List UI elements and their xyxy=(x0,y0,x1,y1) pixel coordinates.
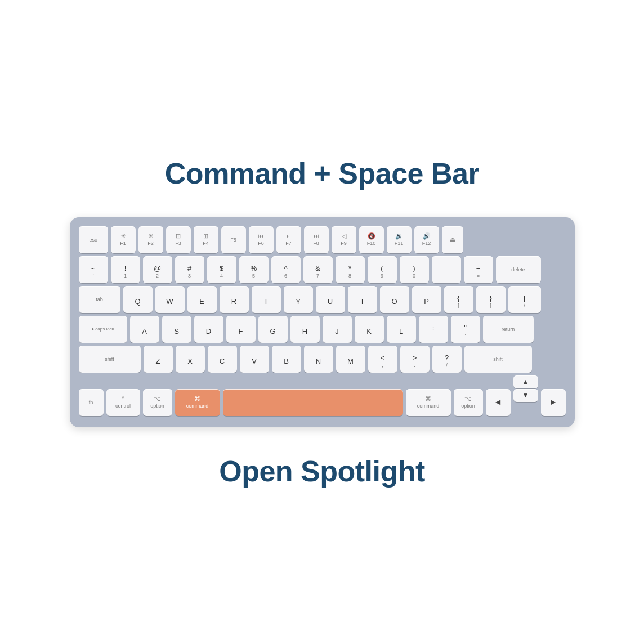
key-q: Q xyxy=(123,286,153,313)
key-5: % 5 xyxy=(239,256,269,283)
key-e: E xyxy=(187,286,217,313)
key-x: X xyxy=(176,346,205,373)
key-d: D xyxy=(194,316,223,343)
key-command-left: ⌘ command xyxy=(175,389,220,416)
page-subtitle: Open Spotlight xyxy=(219,454,425,488)
qwerty-row: tab Q W E R T Y U I O P { [ } ] | \ xyxy=(79,286,566,313)
key-8: * 8 xyxy=(336,256,365,283)
key-v: V xyxy=(240,346,269,373)
key-f3: ⊞ F3 xyxy=(166,226,191,253)
key-f4: ⊞ F4 xyxy=(194,226,218,253)
key-return: return xyxy=(483,316,534,343)
key-0: ) 0 xyxy=(400,256,429,283)
key-t: T xyxy=(252,286,281,313)
key-minus: — - xyxy=(432,256,461,283)
key-p: P xyxy=(412,286,441,313)
key-f2: ☀ F2 xyxy=(138,226,163,253)
key-f12: 🔊 F12 xyxy=(414,226,439,253)
key-arrow-up: ▲ xyxy=(513,375,538,388)
key-capslock: ● caps lock xyxy=(79,316,127,343)
key-2: @ 2 xyxy=(143,256,172,283)
key-arrow-left: ◀ xyxy=(486,389,511,416)
key-l: L xyxy=(387,316,416,343)
key-shift-right: shift xyxy=(464,346,532,373)
key-6: ^ 6 xyxy=(271,256,301,283)
key-y: Y xyxy=(284,286,313,313)
arrow-cluster: ▲ ◀ ▼ ▶ xyxy=(486,375,566,416)
key-f10: 🔇 F10 xyxy=(359,226,384,253)
key-semicolon: : ; xyxy=(419,316,448,343)
key-command-right: ⌘ command xyxy=(406,389,451,416)
key-bracket-left: { [ xyxy=(444,286,473,313)
key-3: # 3 xyxy=(175,256,204,283)
key-comma: < , xyxy=(368,346,397,373)
key-f1: ☀ F1 xyxy=(111,226,136,253)
key-m: M xyxy=(336,346,365,373)
key-9: ( 9 xyxy=(368,256,397,283)
key-f8: ⏭ F8 xyxy=(304,226,329,253)
key-option-left: ⌥ option xyxy=(143,389,172,416)
key-u: U xyxy=(316,286,345,313)
key-f11: 🔉 F11 xyxy=(387,226,412,253)
key-a: A xyxy=(130,316,159,343)
key-quote: " ' xyxy=(451,316,480,343)
key-equals: + = xyxy=(464,256,493,283)
key-i: I xyxy=(348,286,377,313)
key-f6: ⏮ F6 xyxy=(249,226,274,253)
key-f9: ◁ F9 xyxy=(332,226,356,253)
key-j: J xyxy=(323,316,352,343)
key-arrow-down: ▼ xyxy=(513,389,538,402)
key-o: O xyxy=(380,286,409,313)
key-f5: F5 xyxy=(221,226,246,253)
zxcv-row: shift Z X C V B N M < , > . ? / shift xyxy=(79,346,566,373)
key-c: C xyxy=(208,346,237,373)
key-k: K xyxy=(355,316,384,343)
key-g: G xyxy=(258,316,288,343)
key-arrow-right: ▶ xyxy=(541,389,566,416)
key-bracket-right: } ] xyxy=(476,286,506,313)
bottom-row: fn ^ control ⌥ option ⌘ command ⌘ comman… xyxy=(79,375,566,416)
key-period: > . xyxy=(400,346,430,373)
key-esc: esc xyxy=(79,226,108,253)
key-control: ^ control xyxy=(106,389,140,416)
page-title: Command + Space Bar xyxy=(165,156,479,190)
key-fn: fn xyxy=(79,389,104,416)
number-row: ~ ` ! 1 @ 2 # 3 $ 4 % 5 ^ 6 & 7 xyxy=(79,256,566,283)
key-h: H xyxy=(290,316,320,343)
key-f7: ⏯ F7 xyxy=(276,226,301,253)
key-s: S xyxy=(162,316,191,343)
key-n: N xyxy=(304,346,333,373)
key-r: R xyxy=(220,286,249,313)
key-f: F xyxy=(226,316,256,343)
key-delete: delete xyxy=(496,256,541,283)
key-4: $ 4 xyxy=(207,256,236,283)
key-spacebar xyxy=(223,389,403,416)
fn-row: esc ☀ F1 ☀ F2 ⊞ F3 ⊞ F4 F5 ⏮ F6 ⏯ F7 xyxy=(79,226,566,253)
key-backtick: ~ ` xyxy=(79,256,108,283)
keyboard-diagram: esc ☀ F1 ☀ F2 ⊞ F3 ⊞ F4 F5 ⏮ F6 ⏯ F7 xyxy=(70,217,575,427)
key-b: B xyxy=(272,346,301,373)
key-slash: ? / xyxy=(432,346,462,373)
key-option-right: ⌥ option xyxy=(454,389,483,416)
key-eject: ⏏ xyxy=(442,226,463,253)
key-shift-left: shift xyxy=(79,346,141,373)
key-z: Z xyxy=(144,346,173,373)
key-tab: tab xyxy=(79,286,120,313)
key-7: & 7 xyxy=(303,256,333,283)
key-w: W xyxy=(155,286,185,313)
asdf-row: ● caps lock A S D F G H J K L : ; " ' re… xyxy=(79,316,566,343)
key-backslash: | \ xyxy=(508,286,541,313)
key-1: ! 1 xyxy=(111,256,140,283)
